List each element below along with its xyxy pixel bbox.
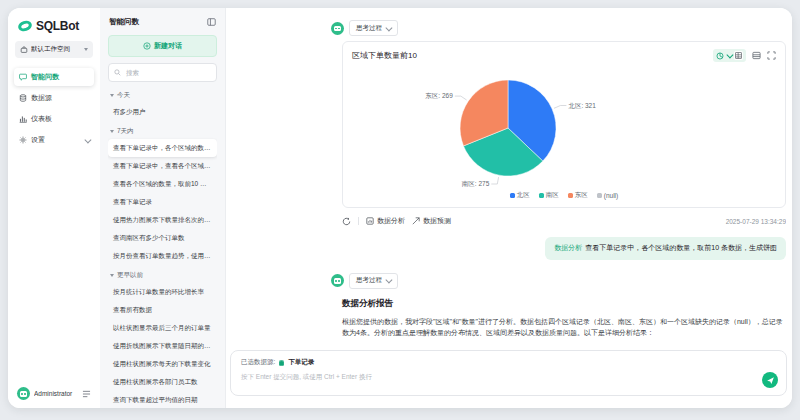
sidebar-item-label: 仪表板 <box>31 114 52 124</box>
workspace-label: 默认工作空间 <box>31 45 81 54</box>
chat-history-item[interactable]: 查看下单记录中，查看各个区域的… <box>108 157 217 175</box>
new-chat-button[interactable]: 新建对话 <box>108 35 217 57</box>
predict-icon <box>412 217 420 225</box>
pie-chart: 北区: 321南区: 275东区: 269 <box>343 64 786 190</box>
chat-group-header-1[interactable]: 7天内 <box>108 121 217 139</box>
svg-text:北区: 321: 北区: 321 <box>568 102 596 110</box>
chevron-down-icon <box>726 52 732 58</box>
legend-item[interactable]: 东区 <box>568 191 588 200</box>
chat-history-item[interactable]: 按月份查看订单数量趋势，使用折… <box>108 247 217 265</box>
chat-history-item[interactable]: 查询下载量超过平均值的日期 <box>108 391 217 408</box>
chart-title: 区域下单数量前10 <box>352 50 713 61</box>
legend-item[interactable]: 南区 <box>539 191 559 200</box>
chat-history-item[interactable]: 使用折线图展示下载量随日期的变… <box>108 337 217 355</box>
search-box[interactable] <box>108 63 217 82</box>
export-icon[interactable] <box>752 51 761 60</box>
chat-history-item[interactable]: 查看下单记录 <box>108 193 217 211</box>
workspace-icon <box>20 46 28 54</box>
chart-legend: 北区南区东区(null) <box>343 190 785 207</box>
data-analyze-button[interactable]: 数据分析 <box>366 216 405 226</box>
chart-type-selector[interactable] <box>713 49 747 62</box>
svg-text:东区: 269: 东区: 269 <box>425 92 453 99</box>
user-message-row: 数据分析查看下单记录中，各个区域的数量，取前10 条数据，生成饼图 <box>331 237 786 260</box>
sidebar-item-label: 设置 <box>31 135 45 145</box>
app-title: SQLBot <box>36 19 79 33</box>
conversation-thread: 思考过程 区域下单数量前10 <box>331 20 786 342</box>
new-chat-label: 新建对话 <box>154 41 182 51</box>
data-predict-button[interactable]: 数据预测 <box>412 216 451 226</box>
caret-down-icon <box>110 130 114 133</box>
main-chat-area: 思考过程 区域下单数量前10 <box>226 8 792 408</box>
dashboard-icon <box>19 115 27 123</box>
chat-input[interactable]: 按下 Enter 提交问题, 或使用 Ctrl + Enter 换行 <box>241 373 776 382</box>
chart-actions-bar: 数据分析 数据预测 2025-07-29 13:34:29 <box>342 216 786 226</box>
search-input[interactable] <box>124 68 211 77</box>
sidebar-item-2[interactable]: 仪表板 <box>14 110 94 128</box>
sqlbot-logo-icon <box>18 20 32 32</box>
chat-history-item[interactable]: 以柱状图显示最后三个月的订单量 <box>108 319 217 337</box>
chart-card: 区域下单数量前10 <box>342 41 786 208</box>
user-name: Administrator <box>34 390 78 397</box>
chevron-down-icon <box>84 136 90 142</box>
chat-history-item[interactable]: 使用热力图展示下载量排名次的日… <box>108 211 217 229</box>
workspace-selector[interactable]: 默认工作空间 <box>15 41 93 58</box>
gear-icon <box>19 136 27 144</box>
logout-icon[interactable] <box>82 390 91 398</box>
chat-history-item[interactable]: 使用柱状图展示各部门员工数 <box>108 373 217 391</box>
ai-message-2: 思考过程 数据分析报告 根据您提供的数据，我对字段"区域"和"数量"进行了分析。… <box>331 273 786 343</box>
user-message-text: 查看下单记录中，各个区域的数量，取前10 条数据，生成饼图 <box>585 244 777 251</box>
chat-history-item[interactable]: 查看所有数据 <box>108 301 217 319</box>
chat-history-item[interactable]: 查看各个区域的数量，取前10 条数… <box>108 175 217 193</box>
chat-group-header-0[interactable]: 今天 <box>108 85 217 103</box>
chat-history-panel: 智能问数 新建对话 今天有多少用户7天内查看下单记录中，各个区域的数量…查看下单… <box>100 8 226 408</box>
send-button[interactable] <box>762 372 778 388</box>
user-avatar <box>17 387 30 400</box>
thinking-process-toggle[interactable]: 思考过程 <box>349 20 398 36</box>
report-title: 数据分析报告 <box>342 298 786 310</box>
chevron-down-icon <box>386 277 392 283</box>
caret-down-icon <box>110 274 114 277</box>
refresh-button[interactable] <box>342 217 351 226</box>
sidebar-item-0[interactable]: 智能问数 <box>14 68 94 86</box>
app-window: SQLBot 默认工作空间 智能问数数据源仪表板设置 Administrator… <box>8 8 792 408</box>
message-mode-tag: 数据分析 <box>554 244 582 251</box>
sidebar-item-label: 智能问数 <box>31 72 59 82</box>
fullscreen-icon[interactable] <box>767 51 776 60</box>
legend-item[interactable]: 北区 <box>510 191 530 200</box>
chat-history-item[interactable]: 查询南区有多少个订单数 <box>108 229 217 247</box>
sidebar-nav: 智能问数数据源仪表板设置 <box>8 68 100 149</box>
collapse-panel-icon[interactable] <box>207 18 216 26</box>
table-view-icon[interactable] <box>734 51 743 60</box>
datasource-name: 下单记录 <box>288 358 314 367</box>
chat-history-item[interactable]: 查看下单记录中，各个区域的数量… <box>108 139 217 157</box>
panel-title: 智能问数 <box>109 17 139 27</box>
chat-history-item[interactable]: 按月统计订单数量的环比增长率 <box>108 283 217 301</box>
sidebar-item-1[interactable]: 数据源 <box>14 89 94 107</box>
chat-icon <box>19 73 27 81</box>
search-icon <box>114 69 121 76</box>
ai-message-header: 思考过程 <box>331 20 786 36</box>
chat-input-box[interactable]: 已选数据源: 下单记录 按下 Enter 提交问题, 或使用 Ctrl + En… <box>230 350 787 396</box>
thinking-process-toggle[interactable]: 思考过程 <box>349 273 398 289</box>
report-paragraph: 根据您提供的数据，我对字段"区域"和"数量"进行了分析。数据包括四个区域记录（北… <box>342 316 786 340</box>
chat-history-item[interactable]: 使用柱状图展示每天的下载量变化 <box>108 355 217 373</box>
analysis-report: 数据分析报告 根据您提供的数据，我对字段"区域"和"数量"进行了分析。数据包括四… <box>342 298 786 343</box>
legend-item[interactable]: (null) <box>597 192 618 199</box>
divider <box>358 217 359 225</box>
caret-down-icon <box>84 48 88 51</box>
chat-group-header-2[interactable]: 更早以前 <box>108 265 217 283</box>
svg-text:南区: 275: 南区: 275 <box>462 180 490 187</box>
sidebar: SQLBot 默认工作空间 智能问数数据源仪表板设置 Administrator <box>8 8 100 408</box>
datasource-label: 已选数据源: <box>241 358 275 367</box>
chevron-down-icon <box>386 24 392 30</box>
database-icon <box>19 94 27 102</box>
analyze-icon <box>366 217 374 225</box>
chat-history-list: 今天有多少用户7天内查看下单记录中，各个区域的数量…查看下单记录中，查看各个区域… <box>108 85 217 408</box>
sidebar-item-label: 数据源 <box>31 93 52 103</box>
sidebar-item-3[interactable]: 设置 <box>14 131 94 149</box>
plus-circle-icon <box>143 42 151 50</box>
pie-chart-icon <box>716 52 724 60</box>
user-menu[interactable]: Administrator <box>8 381 100 402</box>
chat-history-item[interactable]: 有多少用户 <box>108 103 217 121</box>
user-message-bubble: 数据分析查看下单记录中，各个区域的数量，取前10 条数据，生成饼图 <box>545 237 786 260</box>
